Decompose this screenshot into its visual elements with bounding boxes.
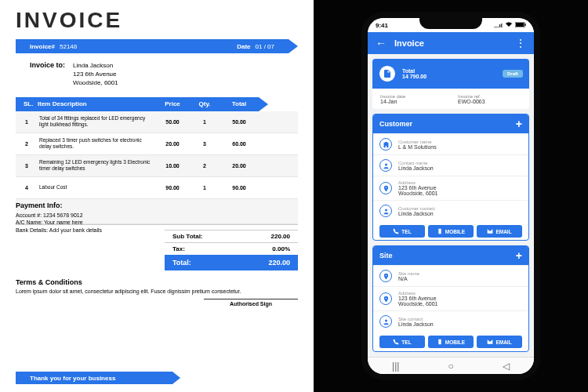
- svg-point-6: [385, 319, 387, 321]
- recent-icon[interactable]: |||: [392, 361, 399, 372]
- mobile-button[interactable]: MOBILE: [428, 225, 474, 238]
- status-time: 9:41: [376, 22, 388, 29]
- svg-rect-5: [438, 229, 441, 234]
- mobile-button[interactable]: MOBILE: [428, 336, 474, 348]
- thank-you-ribbon: Thank you for your business: [16, 372, 298, 384]
- svg-rect-7: [438, 339, 441, 345]
- ribbon-arrow-icon: [259, 97, 268, 111]
- th-sl: SL.: [16, 100, 38, 107]
- terms-heading: Terms & Conditions: [16, 278, 298, 286]
- home-icon[interactable]: ○: [448, 361, 454, 372]
- phone-screen: 9:41 ...ıl ← Invoice ⋮: [368, 18, 534, 374]
- table-row: 3Remaining 12 LED emergency lights 3 Ele…: [16, 155, 298, 177]
- status-icons: ...ıl: [494, 21, 526, 29]
- totals: Sub Total:220.00 Tax:0.00% Total:220.00: [165, 230, 298, 270]
- pin-icon: [379, 270, 392, 282]
- date-label: Date: [237, 43, 250, 50]
- subtotal-label: Sub Total:: [172, 233, 203, 240]
- back-nav-icon[interactable]: ◁: [503, 361, 510, 372]
- terms-text: Lorem ipsum dolor sit amet, consectetur …: [16, 289, 298, 294]
- th-price: Price: [155, 100, 190, 107]
- site-address-field[interactable]: Address123 6th Avenue Woodside, 6001: [373, 286, 528, 310]
- invoice-no-label: Invoice#: [30, 43, 55, 50]
- address-field[interactable]: Address123 6th Avenue Woodside, 6001: [373, 176, 528, 200]
- site-name-field[interactable]: Site nameN/A: [373, 265, 528, 286]
- payment-acct: Account #: 1234 5678 9012: [16, 212, 102, 220]
- summary-amount: 14 790.00: [402, 74, 426, 79]
- phone-notch: [419, 18, 482, 29]
- svg-rect-2: [524, 24, 526, 26]
- tel-button[interactable]: TEL: [379, 225, 425, 238]
- summary-label: Total: [402, 68, 426, 74]
- back-icon[interactable]: ←: [376, 37, 387, 49]
- th-total: Total: [220, 100, 259, 107]
- pin-icon: [379, 292, 392, 305]
- payment-bank: Bank Details: Add your bank details: [16, 227, 102, 234]
- total-value: 220.00: [268, 259, 290, 267]
- bill-name: Linda Jackson: [73, 61, 118, 70]
- invoice-ribbon: Invoice# 52148 Date 01 / 07: [16, 39, 298, 53]
- contact-buttons: TEL MOBILE EMAIL: [373, 221, 528, 241]
- document-title: INVOICE: [16, 8, 298, 33]
- svg-point-4: [385, 209, 387, 211]
- email-button[interactable]: EMAIL: [477, 336, 522, 348]
- invoice-ref-value: EWO-0063: [458, 99, 521, 104]
- site-card: Site+ Site nameN/A Address123 6th Avenue…: [372, 245, 529, 352]
- bill-addr2: Woodside, 6001: [73, 78, 118, 87]
- payment-name: A/C Name: Your name here: [16, 219, 102, 227]
- invoice-date-value: 14-Jan: [380, 99, 444, 104]
- tax-label: Tax:: [172, 245, 185, 252]
- status-badge: Draft: [503, 70, 523, 78]
- table-row: 4Labour Cost90.00190.00: [16, 177, 298, 199]
- person-icon: [379, 159, 392, 172]
- tax-value: 0.00%: [272, 245, 290, 252]
- person-icon: [379, 315, 392, 328]
- customer-contact-field[interactable]: Customer contactLinda Jackson: [373, 200, 528, 221]
- svg-point-3: [385, 163, 387, 165]
- app-title: Invoice: [394, 38, 507, 48]
- invoice-document: INVOICE Invoice# 52148 Date 01 / 07 Invo…: [0, 0, 314, 392]
- ribbon-arrow-icon: [172, 372, 180, 384]
- app-bar: ← Invoice ⋮: [368, 32, 534, 54]
- bill-addr1: 123 6th Avenue: [73, 70, 118, 78]
- site-heading: Site: [379, 252, 393, 260]
- th-qty: Qty.: [190, 100, 220, 107]
- site-buttons: TEL MOBILE EMAIL: [373, 332, 528, 352]
- table-header: SL. Item Description Price Qty. Total: [16, 97, 298, 111]
- person-icon: [379, 205, 392, 217]
- subtotal-value: 220.00: [271, 233, 290, 240]
- summary-meta: Invoice date14-Jan Invoice ref.EWO-0063: [372, 89, 529, 109]
- phone-frame: 9:41 ...ıl ← Invoice ⋮: [361, 12, 540, 380]
- table-row: 1Total of 34 fittings replaced for LED e…: [16, 111, 298, 133]
- add-icon[interactable]: +: [516, 249, 522, 262]
- site-contact-field[interactable]: Site contactLinda Jackson: [373, 310, 528, 332]
- phone-preview: 9:41 ...ıl ← Invoice ⋮: [314, 0, 588, 392]
- date-value: 01 / 07: [256, 43, 274, 50]
- thank-you-text: Thank you for your business: [16, 372, 172, 384]
- pin-icon: [379, 182, 392, 194]
- svg-rect-1: [516, 23, 524, 27]
- add-icon[interactable]: +: [516, 118, 522, 130]
- invoice-to: Invoice to: Linda Jackson 123 6th Avenue…: [16, 61, 298, 88]
- total-label: Total:: [172, 259, 191, 267]
- th-desc: Item Description: [38, 100, 155, 107]
- customer-name-field[interactable]: Customer nameL & M Solutions: [373, 133, 528, 154]
- document-icon: [379, 65, 396, 82]
- android-nav-bar: ||| ○ ◁: [368, 357, 534, 374]
- contact-name-field[interactable]: Contact nameLinda Jackson: [373, 154, 528, 176]
- building-icon: [379, 138, 392, 151]
- customer-card: Customer+ Customer nameL & M Solutions C…: [372, 114, 529, 241]
- invoice-to-label: Invoice to:: [30, 61, 65, 88]
- email-button[interactable]: EMAIL: [477, 225, 522, 238]
- customer-heading: Customer: [379, 120, 412, 128]
- payment-info: Payment Info: Account #: 1234 5678 9012 …: [16, 201, 102, 234]
- menu-icon[interactable]: ⋮: [515, 37, 526, 49]
- payment-heading: Payment Info:: [16, 201, 102, 209]
- ribbon-arrow-icon: [289, 39, 298, 53]
- tel-button[interactable]: TEL: [379, 336, 425, 348]
- summary-card: Total 14 790.00 Draft Invoice date14-Jan…: [372, 59, 529, 109]
- table-row: 2Replaced 3 timer push switches for elec…: [16, 133, 298, 155]
- signature-line: Authorised Sign: [204, 299, 298, 307]
- terms: Terms & Conditions Lorem ipsum dolor sit…: [16, 278, 298, 294]
- app-content[interactable]: Total 14 790.00 Draft Invoice date14-Jan…: [368, 54, 534, 357]
